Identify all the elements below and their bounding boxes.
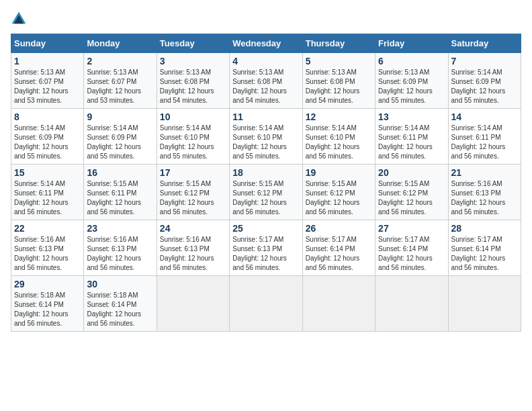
day-number: 26 (306, 223, 372, 234)
calendar-header-thursday: Thursday (302, 34, 375, 53)
calendar-cell: 20Sunrise: 5:15 AMSunset: 6:12 PMDayligh… (375, 165, 448, 220)
calendar-cell (302, 276, 375, 332)
calendar-cell (448, 276, 521, 332)
calendar-cell (157, 276, 229, 332)
day-info: Sunrise: 5:16 AMSunset: 6:13 PMDaylight:… (160, 236, 214, 271)
day-info: Sunrise: 5:17 AMSunset: 6:14 PMDaylight:… (451, 236, 506, 271)
day-info: Sunrise: 5:14 AMSunset: 6:11 PMDaylight:… (378, 124, 433, 160)
calendar-cell: 7Sunrise: 5:14 AMSunset: 6:09 PMDaylight… (448, 53, 521, 109)
day-info: Sunrise: 5:14 AMSunset: 6:11 PMDaylight:… (451, 124, 506, 160)
day-info: Sunrise: 5:13 AMSunset: 6:08 PMDaylight:… (232, 68, 287, 104)
calendar-cell: 8Sunrise: 5:14 AMSunset: 6:09 PMDaylight… (11, 109, 84, 165)
day-info: Sunrise: 5:14 AMSunset: 6:10 PMDaylight:… (232, 124, 287, 160)
calendar-week-row: 15Sunrise: 5:14 AMSunset: 6:11 PMDayligh… (11, 165, 521, 220)
day-info: Sunrise: 5:15 AMSunset: 6:12 PMDaylight:… (160, 180, 214, 216)
logo-icon (11, 11, 27, 27)
logo (11, 11, 30, 27)
day-number: 27 (378, 223, 445, 234)
day-number: 11 (232, 111, 299, 122)
day-number: 13 (378, 111, 445, 122)
calendar-cell: 17Sunrise: 5:15 AMSunset: 6:12 PMDayligh… (157, 165, 229, 220)
calendar-cell (375, 276, 448, 332)
calendar-header-row: SundayMondayTuesdayWednesdayThursdayFrid… (11, 34, 521, 53)
calendar-cell: 25Sunrise: 5:17 AMSunset: 6:13 PMDayligh… (230, 220, 302, 276)
calendar-header-sunday: Sunday (11, 34, 84, 53)
day-info: Sunrise: 5:17 AMSunset: 6:14 PMDaylight:… (378, 236, 433, 271)
day-info: Sunrise: 5:13 AMSunset: 6:08 PMDaylight:… (306, 68, 360, 104)
day-number: 12 (306, 111, 372, 122)
calendar-cell: 2Sunrise: 5:13 AMSunset: 6:07 PMDaylight… (84, 53, 157, 109)
calendar-week-row: 22Sunrise: 5:16 AMSunset: 6:13 PMDayligh… (11, 220, 521, 276)
calendar-cell: 6Sunrise: 5:13 AMSunset: 6:09 PMDaylight… (375, 53, 448, 109)
calendar-header-monday: Monday (84, 34, 157, 53)
day-number: 28 (451, 223, 518, 234)
calendar-table: SundayMondayTuesdayWednesdayThursdayFrid… (11, 34, 521, 332)
calendar-cell: 16Sunrise: 5:15 AMSunset: 6:11 PMDayligh… (84, 165, 157, 220)
day-info: Sunrise: 5:16 AMSunset: 6:13 PMDaylight:… (87, 236, 141, 271)
day-number: 24 (160, 223, 226, 234)
day-number: 16 (87, 167, 153, 178)
calendar-cell (230, 276, 302, 332)
calendar-cell: 15Sunrise: 5:14 AMSunset: 6:11 PMDayligh… (11, 165, 84, 220)
calendar-cell: 3Sunrise: 5:13 AMSunset: 6:08 PMDaylight… (157, 53, 229, 109)
day-number: 30 (87, 279, 153, 289)
calendar-header-friday: Friday (375, 34, 448, 53)
calendar-cell: 23Sunrise: 5:16 AMSunset: 6:13 PMDayligh… (84, 220, 157, 276)
day-number: 18 (232, 167, 299, 178)
calendar-cell: 27Sunrise: 5:17 AMSunset: 6:14 PMDayligh… (375, 220, 448, 276)
calendar-header-tuesday: Tuesday (157, 34, 229, 53)
day-info: Sunrise: 5:14 AMSunset: 6:09 PMDaylight:… (14, 124, 69, 160)
day-number: 1 (14, 56, 81, 66)
day-info: Sunrise: 5:14 AMSunset: 6:11 PMDaylight:… (14, 180, 69, 216)
day-number: 25 (232, 223, 299, 234)
day-info: Sunrise: 5:15 AMSunset: 6:12 PMDaylight:… (306, 180, 360, 216)
calendar-cell: 19Sunrise: 5:15 AMSunset: 6:12 PMDayligh… (302, 165, 375, 220)
day-info: Sunrise: 5:18 AMSunset: 6:14 PMDaylight:… (14, 291, 69, 327)
calendar-cell: 24Sunrise: 5:16 AMSunset: 6:13 PMDayligh… (157, 220, 229, 276)
calendar-cell: 29Sunrise: 5:18 AMSunset: 6:14 PMDayligh… (11, 276, 84, 332)
calendar-cell: 12Sunrise: 5:14 AMSunset: 6:10 PMDayligh… (302, 109, 375, 165)
calendar-cell: 26Sunrise: 5:17 AMSunset: 6:14 PMDayligh… (302, 220, 375, 276)
calendar-cell: 9Sunrise: 5:14 AMSunset: 6:09 PMDaylight… (84, 109, 157, 165)
calendar-cell: 14Sunrise: 5:14 AMSunset: 6:11 PMDayligh… (448, 109, 521, 165)
header (11, 11, 521, 27)
day-info: Sunrise: 5:16 AMSunset: 6:13 PMDaylight:… (451, 180, 506, 216)
day-info: Sunrise: 5:14 AMSunset: 6:10 PMDaylight:… (306, 124, 360, 160)
day-number: 7 (451, 56, 518, 66)
calendar-header-wednesday: Wednesday (230, 34, 302, 53)
day-number: 19 (306, 167, 372, 178)
calendar-cell: 21Sunrise: 5:16 AMSunset: 6:13 PMDayligh… (448, 165, 521, 220)
day-info: Sunrise: 5:15 AMSunset: 6:11 PMDaylight:… (87, 180, 141, 216)
calendar-cell: 28Sunrise: 5:17 AMSunset: 6:14 PMDayligh… (448, 220, 521, 276)
day-info: Sunrise: 5:13 AMSunset: 6:07 PMDaylight:… (14, 68, 69, 104)
calendar-cell: 30Sunrise: 5:18 AMSunset: 6:14 PMDayligh… (84, 276, 157, 332)
calendar-cell: 13Sunrise: 5:14 AMSunset: 6:11 PMDayligh… (375, 109, 448, 165)
day-info: Sunrise: 5:15 AMSunset: 6:12 PMDaylight:… (232, 180, 287, 216)
calendar-cell: 1Sunrise: 5:13 AMSunset: 6:07 PMDaylight… (11, 53, 84, 109)
calendar-week-row: 8Sunrise: 5:14 AMSunset: 6:09 PMDaylight… (11, 109, 521, 165)
day-number: 14 (451, 111, 518, 122)
calendar-cell: 4Sunrise: 5:13 AMSunset: 6:08 PMDaylight… (230, 53, 302, 109)
day-info: Sunrise: 5:16 AMSunset: 6:13 PMDaylight:… (14, 236, 69, 271)
day-number: 6 (378, 56, 445, 66)
day-info: Sunrise: 5:13 AMSunset: 6:08 PMDaylight:… (160, 68, 214, 104)
day-number: 3 (160, 56, 226, 66)
calendar-cell: 10Sunrise: 5:14 AMSunset: 6:10 PMDayligh… (157, 109, 229, 165)
day-number: 9 (87, 111, 153, 122)
calendar-header-saturday: Saturday (448, 34, 521, 53)
day-number: 4 (232, 56, 299, 66)
day-info: Sunrise: 5:14 AMSunset: 6:10 PMDaylight:… (160, 124, 214, 160)
day-number: 29 (14, 279, 81, 289)
calendar-cell: 5Sunrise: 5:13 AMSunset: 6:08 PMDaylight… (302, 53, 375, 109)
day-number: 17 (160, 167, 226, 178)
day-number: 2 (87, 56, 153, 66)
day-info: Sunrise: 5:18 AMSunset: 6:14 PMDaylight:… (87, 291, 141, 327)
calendar-cell: 22Sunrise: 5:16 AMSunset: 6:13 PMDayligh… (11, 220, 84, 276)
calendar-week-row: 1Sunrise: 5:13 AMSunset: 6:07 PMDaylight… (11, 53, 521, 109)
calendar-cell: 11Sunrise: 5:14 AMSunset: 6:10 PMDayligh… (230, 109, 302, 165)
day-number: 20 (378, 167, 445, 178)
day-info: Sunrise: 5:13 AMSunset: 6:09 PMDaylight:… (378, 68, 433, 104)
day-info: Sunrise: 5:17 AMSunset: 6:14 PMDaylight:… (306, 236, 360, 271)
day-number: 22 (14, 223, 81, 234)
day-info: Sunrise: 5:13 AMSunset: 6:07 PMDaylight:… (87, 68, 141, 104)
